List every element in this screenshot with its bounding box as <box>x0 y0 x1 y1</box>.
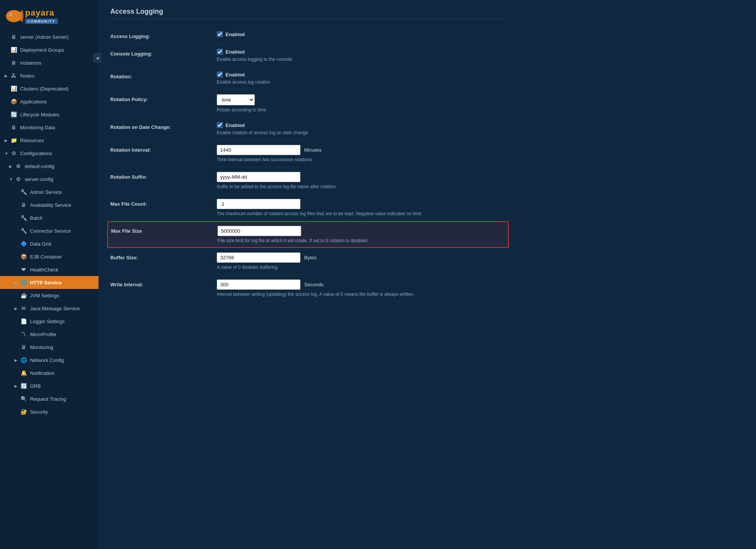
nav-label-admin-service: Admin Service <box>30 189 95 195</box>
sidebar-item-deployment-groups[interactable]: 📊Deployment Groups <box>0 43 98 56</box>
sidebar-item-logger-settings[interactable]: 📄Logger Settings <box>0 315 98 328</box>
svg-point-1 <box>6 10 22 22</box>
checkbox-rotation[interactable] <box>217 71 223 78</box>
sidebar-item-ejb-container[interactable]: 📦EJB Container <box>0 250 98 263</box>
form-row-write-interval: Write Interval:SecondsInterval between w… <box>110 275 506 302</box>
sidebar-item-request-tracing[interactable]: 🔍Request Tracing <box>0 392 98 405</box>
nav-label-applications: Applications <box>20 99 95 105</box>
sidebar-item-applications[interactable]: 📦Applications <box>0 95 98 108</box>
sidebar-item-availability-service[interactable]: 🖥Availability Service <box>0 198 98 211</box>
sidebar-item-http-service[interactable]: ▶🌐HTTP Service <box>0 276 98 289</box>
nav-icon-network-config: 🌐 <box>20 356 27 364</box>
sidebar-item-java-message-service[interactable]: ▶✉Java Message Service <box>0 302 98 315</box>
help-text-buffer-size: A value of 0 disables buffering <box>217 265 506 270</box>
nav-icon-clusters: 📊 <box>10 85 17 92</box>
nav-label-notification: Notification <box>30 370 95 376</box>
nav-label-microprofile: MicroProfile <box>30 332 95 337</box>
nav-label-server-admin: server (Admin Server) <box>20 34 95 40</box>
sidebar-item-default-config[interactable]: ▶⚙default-config <box>0 160 98 173</box>
nav-label-logger-settings: Logger Settings <box>30 319 95 324</box>
sidebar-item-instances[interactable]: 🖥Instances <box>0 56 98 69</box>
sidebar-item-lifecycle-modules[interactable]: 🔄Lifecycle Modules <box>0 108 98 121</box>
sidebar-item-network-config[interactable]: ▶🌐Network Config <box>0 354 98 367</box>
sidebar-item-nodes[interactable]: ▶🖧Nodes <box>0 69 98 82</box>
nav-label-lifecycle-modules: Lifecycle Modules <box>20 112 95 117</box>
nav-label-instances: Instances <box>20 60 95 66</box>
checkbox-wrap-rotation-date-change: Enabled <box>217 122 245 128</box>
sidebar-item-configurations[interactable]: ▼⚙Configurations <box>0 147 98 160</box>
sidebar-item-microprofile[interactable]: 〽MicroProfile <box>0 328 98 341</box>
sidebar-item-orb[interactable]: ▶🔄ORB <box>0 379 98 392</box>
nav-label-http-service: HTTP Service <box>30 280 95 286</box>
field-label-rotation: Rotation: <box>110 71 217 79</box>
sidebar-nav: 🖥server (Admin Server)📊Deployment Groups… <box>0 30 98 418</box>
input-rotation-suffix[interactable] <box>217 172 300 182</box>
checkbox-wrap-rotation: Enabled <box>217 71 245 78</box>
form-row-rotation-suffix: Rotation Suffix:Suffix to be added to th… <box>110 167 506 194</box>
nav-icon-security: 🔐 <box>20 408 27 416</box>
sidebar-item-server-config[interactable]: ▼⚙server-config <box>0 173 98 186</box>
nav-label-monitoring-data: Monitoring Data <box>20 125 95 130</box>
nav-label-availability-service: Availability Service <box>30 202 95 208</box>
sidebar-item-connector-service[interactable]: 🔧Connector Service <box>0 224 98 237</box>
nav-label-server-config: server-config <box>25 176 95 182</box>
field-label-rotation-policy: Rotation Policy: <box>110 94 217 102</box>
sidebar: payara COMMUNITY 🖥server (Admin Server)📊… <box>0 0 99 549</box>
nav-label-monitoring: Monitoring <box>30 344 95 350</box>
nav-icon-request-tracing: 🔍 <box>20 395 27 403</box>
unit-write-interval: Seconds <box>304 282 324 287</box>
field-label-rotation-interval: Rotation Interval: <box>110 145 217 153</box>
field-control-max-file-count: The maximum number of rotated access log… <box>217 199 506 216</box>
checkbox-label-rotation-date-change: Enabled <box>226 122 245 128</box>
arrow-icon-http-service: ▶ <box>14 281 19 285</box>
sidebar-item-monitoring-data[interactable]: 🖥Monitoring Data <box>0 121 98 134</box>
nav-label-configurations: Configurations <box>20 151 95 156</box>
checkbox-access-logging[interactable] <box>217 31 223 37</box>
form-row-max-file-count: Max File Count:The maximum number of rot… <box>110 194 506 221</box>
svg-point-3 <box>10 14 11 15</box>
unit-rotation-interval: Minutes <box>304 147 322 153</box>
sidebar-item-monitoring[interactable]: 🖥Monitoring <box>0 341 98 354</box>
input-max-file-count[interactable] <box>217 199 300 209</box>
checkbox-console-logging[interactable] <box>217 49 223 55</box>
nav-icon-instances: 🖥 <box>10 59 17 67</box>
nav-label-jvm-settings: JVM Settings <box>30 293 95 298</box>
main-content: Access Logging Access Logging:EnabledCon… <box>99 0 756 549</box>
nav-label-batch: Batch <box>30 215 95 221</box>
arrow-icon-nodes: ▶ <box>5 74 9 78</box>
nav-label-healthcheck: HealthCheck <box>30 267 95 273</box>
checkbox-rotation-date-change[interactable] <box>217 122 223 128</box>
sidebar-item-security[interactable]: 🔐Security <box>0 405 98 418</box>
nav-label-data-grid: Data Grid <box>30 241 95 247</box>
sidebar-item-server-admin[interactable]: 🖥server (Admin Server) <box>0 30 98 43</box>
nav-icon-applications: 📦 <box>10 98 17 105</box>
sidebar-item-batch[interactable]: 🔧Batch <box>0 211 98 224</box>
sidebar-item-data-grid[interactable]: 🔷Data Grid <box>0 237 98 250</box>
nav-icon-availability-service: 🖥 <box>20 201 27 209</box>
help-text-rotation-policy: Rotate according to time <box>217 107 506 113</box>
sidebar-item-clusters[interactable]: 📊Clusters (Deprecated) <box>0 82 98 95</box>
help-text-rotation-date-change: Enable rotation of access log on date ch… <box>217 130 506 135</box>
arrow-icon-default-config: ▶ <box>9 164 14 168</box>
nav-icon-logger-settings: 📄 <box>20 317 27 325</box>
sidebar-item-notification[interactable]: 🔔Notification <box>0 367 98 379</box>
field-control-access-logging: Enabled <box>217 31 506 37</box>
checkbox-wrap-access-logging: Enabled <box>217 31 245 37</box>
sidebar-item-healthcheck[interactable]: ❤HealthCheck <box>0 263 98 276</box>
sidebar-collapse-button[interactable]: ◀ <box>94 53 101 62</box>
input-write-interval[interactable] <box>217 279 300 290</box>
nav-label-orb: ORB <box>30 383 95 389</box>
sidebar-item-resources[interactable]: ▶📁Resources <box>0 134 98 147</box>
arrow-icon-java-message-service: ▶ <box>14 306 19 311</box>
sidebar-item-jvm-settings[interactable]: ☕JVM Settings <box>0 289 98 302</box>
input-buffer-size[interactable] <box>217 252 300 263</box>
field-label-rotation-date-change: Rotation on Date Change: <box>110 122 217 130</box>
input-max-file-size[interactable] <box>218 226 301 236</box>
select-rotation-policy[interactable]: timesize <box>217 94 255 105</box>
field-control-max-file-size: File size limit for log file at which it… <box>218 226 505 243</box>
nav-icon-connector-service: 🔧 <box>20 227 27 235</box>
input-rotation-interval[interactable] <box>217 145 300 155</box>
field-label-max-file-count: Max File Count: <box>110 199 217 207</box>
field-control-console-logging: EnabledEnable access logging to the cons… <box>217 49 506 62</box>
sidebar-item-admin-service[interactable]: 🔧Admin Service <box>0 186 98 198</box>
